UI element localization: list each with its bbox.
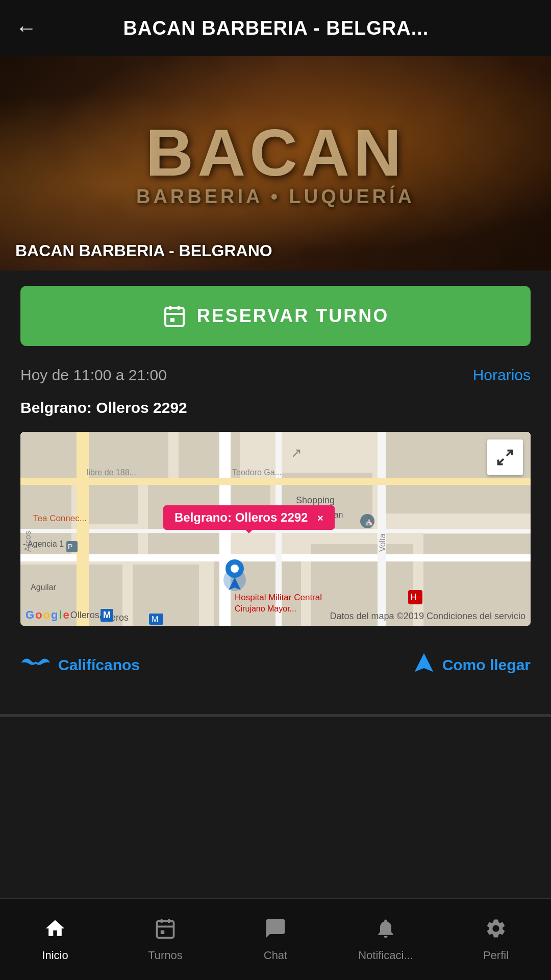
svg-rect-28 (20, 478, 531, 485)
nav-item-notificaciones[interactable]: Notificaci... (331, 899, 441, 980)
hero-overlay: BACAN BARBERIA • LUQUERÍA (0, 56, 551, 271)
svg-text:⛪: ⛪ (364, 516, 374, 526)
svg-text:Hospital Militar Central: Hospital Militar Central (235, 593, 322, 602)
svg-rect-6 (20, 432, 82, 478)
svg-rect-57 (157, 921, 174, 938)
reserve-button[interactable]: RESERVAR TURNO (20, 286, 531, 346)
svg-text:Cirujano Mayor...: Cirujano Mayor... (235, 604, 296, 613)
svg-rect-0 (165, 308, 184, 326)
header: ← BACAN BARBERIA - BELGRA... (0, 0, 551, 56)
calendar-nav-icon (154, 917, 177, 945)
nav-label-turnos: Turnos (148, 949, 183, 962)
nav-label-chat: Chat (264, 949, 287, 962)
nav-item-turnos[interactable]: Turnos (110, 899, 220, 980)
svg-rect-11 (87, 531, 138, 557)
navigation-icon (413, 651, 435, 678)
svg-text:Aguilar: Aguilar (31, 583, 56, 592)
nav-item-inicio[interactable]: Inicio (0, 899, 110, 980)
hero-sub-text: BARBERIA • LUQUERÍA (136, 186, 415, 208)
svg-text:↗: ↗ (291, 445, 302, 460)
map-tooltip: Belgrano: Olleros 2292 × (163, 505, 335, 530)
svg-rect-4 (170, 318, 174, 322)
fullscreen-button[interactable] (487, 439, 523, 475)
hero-caption: BACAN BARBERIA - BELGRANO (15, 241, 272, 260)
svg-text:Tea Connec...: Tea Connec... (33, 513, 87, 523)
map-close-button[interactable]: × (317, 512, 323, 524)
horarios-link[interactable]: Horarios (473, 366, 531, 384)
svg-rect-26 (378, 432, 386, 626)
home-icon (44, 917, 66, 945)
calendar-icon (162, 304, 187, 328)
hero-big-text: BACAN (145, 119, 405, 186)
rate-label: Califícanos (58, 656, 140, 674)
svg-text:M: M (152, 615, 158, 624)
directions-button[interactable]: Como llegar (413, 651, 531, 678)
svg-text:libre de 188...: libre de 188... (87, 468, 136, 477)
gear-icon (485, 917, 507, 945)
nav-label-inicio: Inicio (42, 949, 68, 962)
svg-rect-61 (161, 930, 164, 934)
directions-label: Como llegar (442, 656, 531, 674)
page-title: BACAN BARBERIA - BELGRA... (47, 17, 505, 39)
map-container[interactable]: libre de 188... Teodoro Ga... Arcos Volt… (20, 432, 531, 626)
bottom-spacer (0, 717, 551, 809)
chat-icon (264, 917, 287, 945)
svg-rect-17 (133, 565, 199, 626)
svg-text:P: P (68, 543, 72, 551)
metro-icon: M (101, 609, 113, 622)
svg-text:- Agencia 1: - Agencia 1 (23, 540, 64, 548)
address-text: Belgrano: Olleros 2292 (20, 399, 531, 416)
google-brand: Google Olleros M (26, 608, 113, 622)
svg-point-36 (231, 565, 239, 573)
nav-label-notificaciones: Notificaci... (358, 949, 413, 962)
bell-icon (374, 917, 397, 945)
svg-rect-29 (77, 432, 89, 626)
map-copyright: Datos del mapa ©2019 Condiciones del ser… (330, 611, 525, 622)
bottom-navigation: Inicio Turnos Chat Noti (0, 898, 551, 980)
fullscreen-icon (496, 448, 514, 467)
svg-text:Volta: Volta (378, 533, 387, 552)
nav-label-perfil: Perfil (483, 949, 509, 962)
nav-item-chat[interactable]: Chat (220, 899, 331, 980)
nav-item-perfil[interactable]: Perfil (441, 899, 551, 980)
svg-rect-10 (87, 483, 138, 524)
hours-row: Hoy de 11:00 a 21:00 Horarios (20, 366, 531, 384)
mustache-icon (20, 653, 51, 676)
back-button[interactable]: ← (15, 16, 37, 40)
reserve-label: RESERVAR TURNO (197, 305, 389, 327)
svg-text:Teodoro Ga...: Teodoro Ga... (232, 468, 282, 477)
actions-row: Califícanos Como llegar (20, 646, 531, 699)
rate-button[interactable]: Califícanos (20, 653, 140, 676)
google-suffix: Olleros (70, 610, 99, 621)
hours-text: Hoy de 11:00 a 21:00 (20, 366, 167, 384)
hero-image: BACAN BARBERIA • LUQUERÍA BACAN BARBERIA… (0, 56, 551, 271)
svg-text:Shopping: Shopping (296, 495, 335, 505)
svg-text:H: H (410, 592, 417, 602)
main-content: RESERVAR TURNO Hoy de 11:00 a 21:00 Hora… (0, 271, 551, 714)
tooltip-text: Belgrano: Olleros 2292 (174, 510, 308, 524)
